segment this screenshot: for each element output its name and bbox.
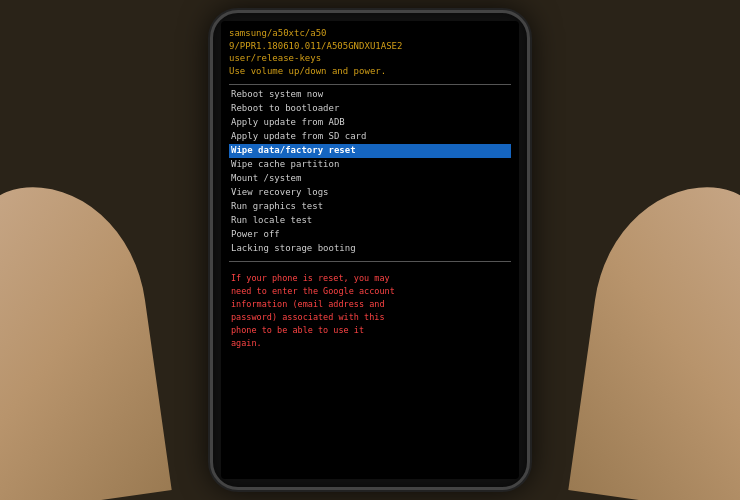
menu-item-7[interactable]: View recovery logs <box>229 186 511 200</box>
menu-item-2[interactable]: Apply update from ADB <box>229 116 511 130</box>
menu-item-9[interactable]: Run locale test <box>229 214 511 228</box>
menu-item-4[interactable]: Wipe data/factory reset <box>229 144 511 158</box>
warning-line-4: phone to be able to use it <box>231 324 509 337</box>
separator-bottom <box>229 261 511 262</box>
warning-line-1: need to enter the Google account <box>231 285 509 298</box>
menu-item-5[interactable]: Wipe cache partition <box>229 158 511 172</box>
device-line-4: Use volume up/down and power. <box>229 65 511 78</box>
recovery-menu: Reboot system nowReboot to bootloaderApp… <box>229 88 511 255</box>
warning-line-2: information (email address and <box>231 298 509 311</box>
device-info: samsung/a50xtc/a50 9/PPR1.180610.011/A50… <box>229 27 511 77</box>
device-line-3: user/release-keys <box>229 52 511 65</box>
menu-item-10[interactable]: Power off <box>229 228 511 242</box>
right-hand <box>568 173 740 500</box>
device-line-2: 9/PPR1.180610.011/A505GNDXU1ASE2 <box>229 40 511 53</box>
menu-item-11[interactable]: Lacking storage booting <box>229 242 511 256</box>
phone: samsung/a50xtc/a50 9/PPR1.180610.011/A50… <box>210 10 530 490</box>
warning-box: If your phone is reset, you mayneed to e… <box>229 269 511 354</box>
power-button <box>528 103 530 133</box>
warning-line-3: password) associated with this <box>231 311 509 324</box>
volume-button <box>210 113 212 153</box>
menu-item-6[interactable]: Mount /system <box>229 172 511 186</box>
menu-item-8[interactable]: Run graphics test <box>229 200 511 214</box>
warning-line-0: If your phone is reset, you may <box>231 272 509 285</box>
bixby-button <box>528 143 530 193</box>
warning-line-5: again. <box>231 337 509 350</box>
device-line-1: samsung/a50xtc/a50 <box>229 27 511 40</box>
phone-screen: samsung/a50xtc/a50 9/PPR1.180610.011/A50… <box>221 21 519 479</box>
left-hand <box>0 173 172 500</box>
separator-top <box>229 84 511 85</box>
menu-item-0[interactable]: Reboot system now <box>229 88 511 102</box>
menu-item-1[interactable]: Reboot to bootloader <box>229 102 511 116</box>
scene: samsung/a50xtc/a50 9/PPR1.180610.011/A50… <box>0 0 740 500</box>
menu-item-3[interactable]: Apply update from SD card <box>229 130 511 144</box>
